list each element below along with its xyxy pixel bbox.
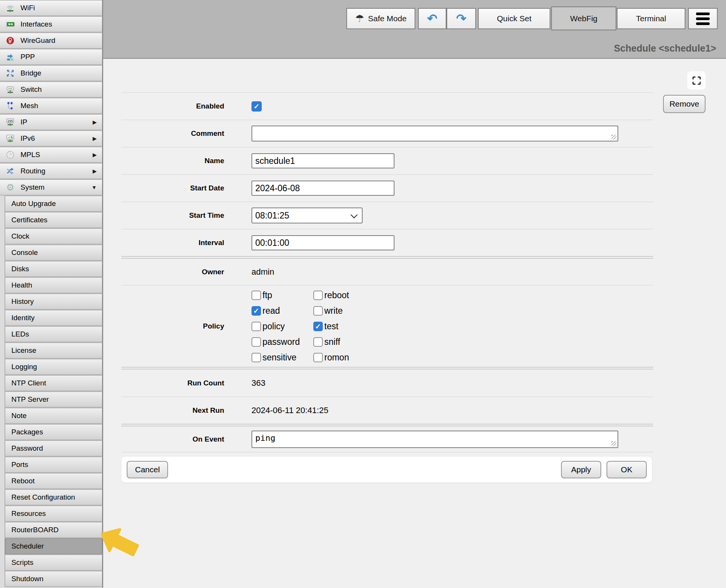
expand-down-icon: ▼ bbox=[91, 184, 97, 190]
submenu-item-scheduler[interactable]: Scheduler bbox=[5, 538, 102, 554]
next-run-value: 2024-06-11 20:41:25 bbox=[251, 406, 328, 415]
name-input[interactable] bbox=[251, 153, 394, 168]
start-date-input[interactable] bbox=[251, 181, 394, 196]
submenu-item-reboot[interactable]: Reboot bbox=[5, 473, 102, 489]
policy-checkbox-ftp[interactable] bbox=[251, 291, 261, 300]
sidebar-item-wireguard[interactable]: WireGuard bbox=[0, 33, 102, 49]
policy-checkbox-policy[interactable] bbox=[251, 322, 261, 331]
wireguard-icon bbox=[5, 36, 16, 45]
system-gear-icon: ⚙ bbox=[5, 183, 16, 192]
sidebar-item-ip[interactable]: 255 IP ▶ bbox=[0, 114, 102, 130]
policy-checkbox-reboot[interactable] bbox=[313, 291, 323, 300]
interval-row: Interval bbox=[121, 230, 653, 256]
submenu-item-history[interactable]: History bbox=[5, 294, 102, 310]
submenu-item-clock[interactable]: Clock bbox=[5, 228, 102, 244]
terminal-tab[interactable]: Terminal bbox=[617, 8, 685, 29]
section-divider bbox=[121, 367, 653, 369]
submenu-label: Shutdown bbox=[11, 575, 44, 583]
wifi-icon bbox=[5, 3, 16, 13]
sidebar-item-bridge[interactable]: Bridge bbox=[0, 65, 102, 81]
policy-checkbox-grid: ftp reboot read write policy test passwo… bbox=[251, 289, 349, 364]
hamburger-menu-button[interactable] bbox=[688, 8, 718, 29]
submenu-item-routerboard[interactable]: RouterBOARD bbox=[5, 522, 102, 538]
sidebar-item-ppp[interactable]: PPP bbox=[0, 49, 102, 65]
submenu-item-resources[interactable]: Resources bbox=[5, 506, 102, 522]
quick-set-tab[interactable]: Quick Set bbox=[478, 8, 550, 29]
undo-button[interactable]: ↶ bbox=[418, 8, 446, 29]
submenu-item-ntp-server[interactable]: NTP Server bbox=[5, 391, 102, 407]
submenu-item-ports[interactable]: Ports bbox=[5, 457, 102, 473]
enabled-checkbox[interactable] bbox=[251, 101, 262, 112]
section-divider bbox=[121, 256, 653, 259]
sidebar-item-mesh[interactable]: Mesh bbox=[0, 98, 102, 114]
submenu-item-scripts[interactable]: Scripts bbox=[5, 555, 102, 571]
sidebar-item-label: Interfaces bbox=[20, 20, 52, 28]
policy-checkbox-sniff[interactable] bbox=[313, 337, 323, 347]
submenu-label: License bbox=[11, 346, 36, 355]
submenu-item-health[interactable]: Health bbox=[5, 277, 102, 293]
svg-text:255: 255 bbox=[8, 119, 13, 123]
remove-button[interactable]: Remove bbox=[663, 95, 706, 113]
expand-right-icon: ▶ bbox=[93, 152, 97, 158]
submenu-item-certificates[interactable]: Certificates bbox=[5, 212, 102, 228]
submenu-label: NTP Client bbox=[11, 379, 46, 387]
sidebar-item-label: Routing bbox=[20, 167, 46, 175]
sidebar-item-routing[interactable]: Routing ▶ bbox=[0, 163, 102, 179]
start-time-row: Start Time 08:01:25 bbox=[121, 202, 653, 229]
policy-option-label: write bbox=[324, 306, 343, 316]
apply-button[interactable]: Apply bbox=[561, 461, 601, 478]
policy-option-label: sniff bbox=[324, 337, 340, 347]
owner-value: admin bbox=[251, 267, 274, 277]
submenu-item-packages[interactable]: Packages bbox=[5, 424, 102, 440]
submenu-label: Note bbox=[11, 412, 27, 420]
submenu-item-shutdown[interactable]: Shutdown bbox=[5, 571, 102, 587]
fullscreen-button[interactable] bbox=[687, 71, 706, 90]
submenu-label: NTP Server bbox=[11, 395, 49, 404]
safe-mode-button[interactable]: ☂ Safe Mode bbox=[346, 8, 415, 29]
on-event-input[interactable]: ping bbox=[251, 431, 618, 448]
submenu-label: History bbox=[11, 297, 34, 306]
on-event-row: On Event ping bbox=[121, 426, 653, 452]
submenu-item-license[interactable]: License bbox=[5, 343, 102, 358]
submenu-item-logging[interactable]: Logging bbox=[5, 359, 102, 375]
ok-button[interactable]: OK bbox=[607, 461, 647, 478]
sidebar-item-switch[interactable]: Switch bbox=[0, 82, 102, 97]
submenu-item-console[interactable]: Console bbox=[5, 245, 102, 261]
sidebar-item-label: System bbox=[20, 183, 44, 192]
policy-checkbox-password[interactable] bbox=[251, 337, 261, 347]
ppp-icon bbox=[5, 52, 16, 61]
cancel-button[interactable]: Cancel bbox=[127, 461, 168, 478]
sidebar-item-system[interactable]: ⚙ System ▼ bbox=[0, 179, 102, 195]
policy-checkbox-write[interactable] bbox=[313, 306, 323, 316]
submenu-item-note[interactable]: Note bbox=[5, 408, 102, 424]
sidebar-item-wifi[interactable]: WiFi bbox=[0, 0, 102, 16]
redo-icon: ↷ bbox=[456, 13, 467, 25]
redo-button[interactable]: ↷ bbox=[446, 8, 476, 29]
mpls-icon bbox=[5, 150, 16, 159]
submenu-item-disks[interactable]: Disks bbox=[5, 261, 102, 277]
submenu-item-password[interactable]: Password bbox=[5, 440, 102, 456]
sidebar-item-label: PPP bbox=[20, 53, 35, 61]
submenu-item-ntp-client[interactable]: NTP Client bbox=[5, 375, 102, 391]
row-divider bbox=[121, 452, 653, 453]
policy-checkbox-romon[interactable] bbox=[313, 353, 323, 362]
interval-input[interactable] bbox=[251, 235, 394, 250]
start-time-select[interactable]: 08:01:25 bbox=[251, 208, 363, 223]
expand-right-icon: ▶ bbox=[93, 119, 97, 125]
webfig-tab[interactable]: WebFig bbox=[551, 6, 616, 30]
sidebar-item-interfaces[interactable]: Interfaces bbox=[0, 16, 102, 32]
sidebar-item-ipv6[interactable]: ✓6 IPv6 ▶ bbox=[0, 130, 102, 146]
submenu-item-identity[interactable]: Identity bbox=[5, 310, 102, 326]
submenu-item-leds[interactable]: LEDs bbox=[5, 326, 102, 342]
submenu-item-auto-upgrade[interactable]: Auto Upgrade bbox=[5, 196, 102, 212]
hamburger-icon bbox=[696, 13, 710, 15]
policy-checkbox-sensitive[interactable] bbox=[251, 353, 261, 362]
submenu-label: Scripts bbox=[11, 558, 33, 567]
comment-input[interactable] bbox=[251, 126, 618, 141]
submenu-label: Ports bbox=[11, 461, 28, 469]
policy-checkbox-read[interactable] bbox=[251, 306, 261, 316]
submenu-item-reset-configuration[interactable]: Reset Configuration bbox=[5, 489, 102, 505]
policy-checkbox-test[interactable] bbox=[313, 322, 323, 331]
schedule-form: Enabled Comment Name Start Date Start Ti… bbox=[121, 60, 653, 453]
sidebar-item-mpls[interactable]: MPLS ▶ bbox=[0, 147, 102, 163]
